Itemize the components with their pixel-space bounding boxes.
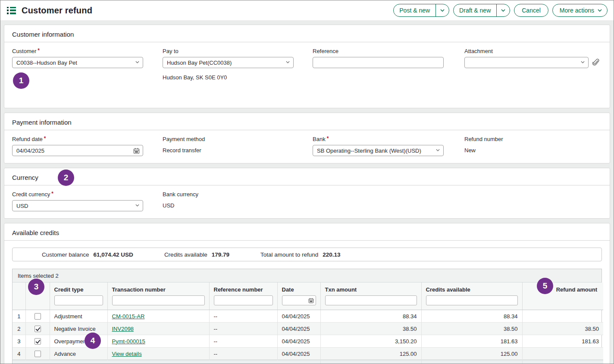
payment-method-field: Payment method Record transfer xyxy=(163,136,313,156)
refund-number-label: Refund number xyxy=(464,136,602,142)
reference-number-filter-input[interactable] xyxy=(214,295,273,305)
refund-amount-cell[interactable]: 181.63 xyxy=(522,335,603,348)
credits-available-filter-input[interactable] xyxy=(426,295,518,305)
required-asterisk: * xyxy=(51,191,53,197)
customer-label: Customer* xyxy=(12,48,163,54)
post-and-new-label: Post & new xyxy=(394,7,435,14)
table-row: 3 Overpayment Pymt-000015 -- 04/04/2025 … xyxy=(13,335,603,348)
total-credits-available: 433.47 xyxy=(421,360,522,364)
more-actions-dropdown-toggle[interactable] xyxy=(597,9,607,12)
column-header-date[interactable]: Date xyxy=(277,282,320,310)
txn-amount-cell: 88.34 xyxy=(320,310,421,323)
required-asterisk: * xyxy=(44,135,46,141)
column-header-credits-available[interactable]: Credits available xyxy=(421,282,522,310)
transaction-number-link[interactable]: Pymt-000015 xyxy=(112,338,145,345)
transaction-number-filter-input[interactable] xyxy=(112,295,205,305)
pay-to-select-value: Hudson Bay Pet(CC0038) xyxy=(167,60,232,66)
attachment-label: Attachment xyxy=(464,48,602,54)
customer-balance: Customer balance 61,074.42 USD xyxy=(42,251,133,258)
record-list-icon[interactable] xyxy=(7,7,16,14)
txn-amount-cell: 38.50 xyxy=(320,323,421,335)
transaction-number-link[interactable]: INV2098 xyxy=(112,326,134,332)
calendar-icon[interactable] xyxy=(308,298,314,304)
top-bar: Customer refund Post & new Draft & new C… xyxy=(0,0,614,20)
column-header-credit-type[interactable]: Credit type xyxy=(50,282,107,310)
refund-amount-cell[interactable] xyxy=(522,348,603,360)
column-header-txn-amount[interactable]: Txn amount xyxy=(320,282,421,310)
column-header-reference-number[interactable]: Reference number xyxy=(209,282,277,310)
row-number: 3 xyxy=(13,335,25,348)
total-txn-amount: 3,402.04 xyxy=(320,360,421,364)
callout-badge-1: 1 xyxy=(13,72,29,89)
refund-number-value: New xyxy=(464,145,602,156)
bank-select[interactable]: SB Operating--Sterling Bank (West)(USD) xyxy=(313,145,444,156)
credits-table: Credit type Transaction number Reference… xyxy=(13,282,603,364)
paperclip-icon[interactable] xyxy=(592,59,599,66)
callout-badge-2: 2 xyxy=(58,169,74,186)
post-and-new-dropdown-toggle[interactable] xyxy=(436,9,449,12)
customer-refund-page: Customer refund Post & new Draft & new C… xyxy=(0,0,614,364)
chevron-down-icon xyxy=(135,204,139,207)
payment-information-section: Payment information Refund date* 04/04/2… xyxy=(4,113,610,163)
pay-to-label: Pay to xyxy=(163,48,313,54)
row-checkbox[interactable] xyxy=(34,351,41,357)
credits-grid: Items selected 2 xyxy=(12,269,602,364)
required-asterisk: * xyxy=(38,47,40,53)
customer-select[interactable]: C0038--Hudson Bay Pet xyxy=(12,57,143,68)
draft-and-new-button[interactable]: Draft & new xyxy=(453,4,510,17)
refund-amount-cell[interactable] xyxy=(522,310,603,323)
attachment-field: Attachment xyxy=(464,48,602,101)
reference-field: Reference xyxy=(313,48,464,101)
credit-currency-value: USD xyxy=(16,203,28,209)
date-cell: 04/04/2025 xyxy=(277,348,320,360)
credit-type-cell: Adjustment xyxy=(50,310,107,323)
column-header-refund-amount: Refund amount xyxy=(522,282,603,310)
customer-balance-value: 61,074.42 USD xyxy=(94,251,133,258)
date-cell: 04/04/2025 xyxy=(277,335,320,348)
cancel-button[interactable]: Cancel xyxy=(514,4,548,17)
reference-input[interactable] xyxy=(313,57,444,68)
credit-currency-label: Credit currency* xyxy=(12,191,163,198)
section-title-payment-information: Payment information xyxy=(4,113,610,130)
more-actions-button[interactable]: More actions xyxy=(552,4,608,17)
required-asterisk: * xyxy=(327,135,329,141)
reference-number-cell: -- xyxy=(209,348,277,360)
callout-badge-5: 5 xyxy=(537,278,553,294)
reference-number-cell: -- xyxy=(209,323,277,335)
row-checkbox[interactable] xyxy=(34,313,41,320)
credit-currency-select[interactable]: USD xyxy=(12,200,143,211)
total-refund-amount: 220.13 xyxy=(522,360,603,364)
calendar-icon[interactable] xyxy=(133,147,140,154)
customer-balance-label: Customer balance xyxy=(42,251,89,258)
post-and-new-button[interactable]: Post & new xyxy=(393,4,449,17)
payment-method-label: Payment method xyxy=(163,136,313,142)
attachment-select[interactable] xyxy=(464,57,589,68)
cancel-label: Cancel xyxy=(514,7,548,14)
refund-date-input[interactable]: 04/04/2025 xyxy=(12,145,143,156)
view-details-link[interactable]: View details xyxy=(112,351,142,357)
credits-available-cell: 38.50 xyxy=(421,323,522,335)
credit-type-filter-input[interactable] xyxy=(54,295,103,305)
pay-to-select[interactable]: Hudson Bay Pet(CC0038) xyxy=(163,57,294,68)
refund-date-value: 04/04/2025 xyxy=(16,147,44,154)
credit-type-cell: Advance xyxy=(50,348,107,360)
column-header-transaction-number[interactable]: Transaction number xyxy=(107,282,209,310)
table-row: 1 Adjustment CM-0015-AR -- 04/04/2025 88… xyxy=(13,310,603,323)
chevron-down-icon xyxy=(286,61,290,63)
refund-amount-cell[interactable]: 38.50 xyxy=(522,323,603,335)
customer-select-value: C0038--Hudson Bay Pet xyxy=(16,60,77,66)
draft-and-new-dropdown-toggle[interactable] xyxy=(497,9,510,12)
customer-information-section: Customer information Customer* C0038--Hu… xyxy=(4,25,610,108)
table-row: 2 Negative Invoice INV2098 -- 04/04/2025… xyxy=(13,323,603,335)
transaction-number-link[interactable]: CM-0015-AR xyxy=(112,313,145,320)
credits-available-cell: 181.63 xyxy=(421,335,522,348)
txn-amount-filter-input[interactable] xyxy=(325,295,417,305)
table-header-row: Credit type Transaction number Reference… xyxy=(13,282,603,310)
section-title-customer-information: Customer information xyxy=(4,25,610,42)
pay-to-field: Pay to Hudson Bay Pet(CC0038) Hudson Bay… xyxy=(163,48,313,101)
bank-field: Bank* SB Operating--Sterling Bank (West)… xyxy=(313,136,464,156)
row-checkbox[interactable] xyxy=(34,326,41,332)
txn-amount-cell: 3,150.20 xyxy=(320,335,421,348)
row-checkbox[interactable] xyxy=(34,338,41,345)
txn-amount-cell: 125.00 xyxy=(320,348,421,360)
